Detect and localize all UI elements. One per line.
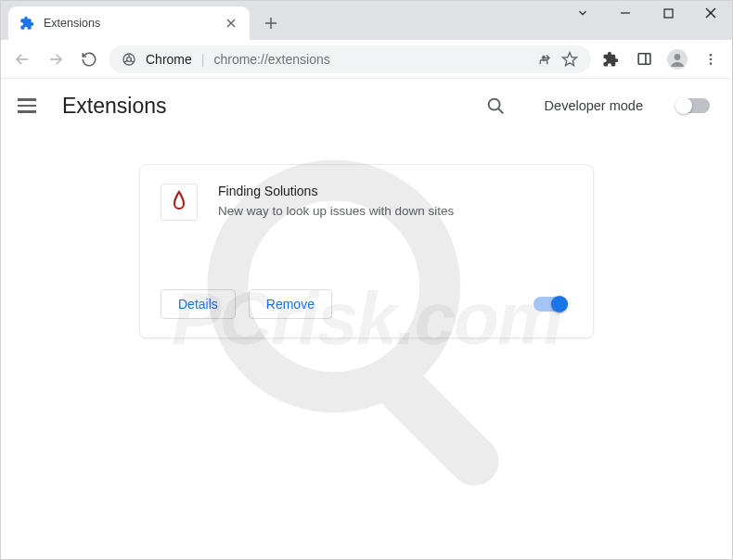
svg-line-14 [131,60,134,62]
chrome-product-icon [122,52,136,67]
browser-toolbar: Chrome | chrome://extensions [1,40,732,79]
sidepanel-icon[interactable] [630,45,658,73]
developer-mode-toggle[interactable] [676,98,710,113]
svg-point-21 [710,57,713,60]
tab-close-button[interactable] [224,16,238,31]
window-caret-icon[interactable] [561,0,604,29]
forward-button[interactable] [42,45,70,73]
svg-point-19 [675,54,681,60]
back-button[interactable] [8,45,36,73]
page-content: PCrisk.com Extensions Developer mode Fin… [1,79,732,559]
svg-line-26 [498,108,503,113]
svg-point-11 [127,57,132,61]
extension-card: Finding Solutions New way to look up iss… [139,164,594,338]
svg-point-25 [488,99,499,110]
url-path: chrome://extensions [213,52,329,67]
profile-avatar[interactable] [663,45,691,73]
kebab-menu-icon[interactable] [697,45,725,73]
svg-rect-16 [638,54,650,64]
minimize-button[interactable] [604,0,647,29]
menu-hamburger-icon[interactable] [18,95,40,117]
extension-description: New way to look up issues with down site… [218,204,454,218]
svg-point-20 [710,54,713,57]
new-tab-button[interactable] [257,9,285,37]
extension-enabled-toggle[interactable] [534,297,567,312]
extension-name: Finding Solutions [218,184,454,198]
svg-point-22 [710,62,713,65]
search-icon[interactable] [485,95,506,116]
address-bar[interactable]: Chrome | chrome://extensions [109,45,591,73]
svg-marker-15 [563,52,577,65]
reload-button[interactable] [75,45,103,73]
puzzle-icon [19,16,34,31]
tab-title: Extensions [44,17,214,30]
remove-button[interactable]: Remove [249,289,332,319]
page-title: Extensions [62,94,167,119]
browser-tab[interactable]: Extensions [8,6,250,40]
details-button[interactable]: Details [161,289,236,319]
tab-strip: Extensions [1,1,732,40]
extensions-puzzle-icon[interactable] [597,45,624,73]
share-icon[interactable] [535,51,552,68]
svg-rect-24 [365,351,509,496]
maximize-button[interactable] [647,0,689,29]
close-window-button[interactable] [689,0,732,29]
url-host-label: Chrome [146,52,192,67]
developer-mode-label: Developer mode [545,98,643,113]
extension-icon [161,184,198,221]
svg-line-13 [124,60,127,62]
bookmark-star-icon[interactable] [561,51,578,68]
svg-rect-1 [664,9,673,18]
